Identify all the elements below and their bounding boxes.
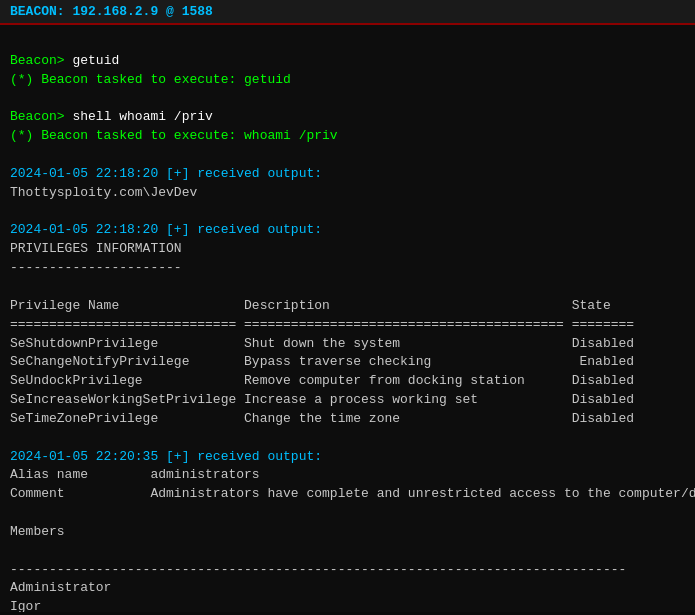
terminal-line: Beacon> getuid <box>10 52 685 71</box>
terminal-line: Alias name administrators <box>10 466 685 485</box>
terminal-line: ---------------------- <box>10 259 685 278</box>
command-text: shell whoami /priv <box>72 109 212 124</box>
output-text: SeIncreaseWorkingSetPrivilege Increase a… <box>10 392 634 407</box>
terminal-line: Members <box>10 523 685 542</box>
output-text: Members <box>10 524 65 539</box>
output-text: SeUndockPrivilege Remove computer from d… <box>10 373 634 388</box>
terminal-line: SeTimeZonePrivilege Change the time zone… <box>10 410 685 429</box>
command-text: getuid <box>72 53 119 68</box>
output-text: ============================= ==========… <box>10 317 634 332</box>
terminal-line: ============================= ==========… <box>10 316 685 335</box>
tasked-text: (*) Beacon tasked to execute: getuid <box>10 72 291 87</box>
output-text: Comment Administrators have complete and… <box>10 486 695 501</box>
output-text: Alias name administrators <box>10 467 260 482</box>
output-text: SeTimeZonePrivilege Change the time zone… <box>10 411 634 426</box>
terminal-line: (*) Beacon tasked to execute: whoami /pr… <box>10 127 685 146</box>
terminal-line <box>10 146 685 165</box>
output-text: ---------------------- <box>10 260 182 275</box>
tasked-text: (*) Beacon tasked to execute: whoami /pr… <box>10 128 338 143</box>
output-text: Privilege Name Description State <box>10 298 611 313</box>
terminal-line: SeChangeNotifyPrivilege Bypass traverse … <box>10 353 685 372</box>
terminal-line: SeShutdownPrivilege Shut down the system… <box>10 335 685 354</box>
terminal-line <box>10 203 685 222</box>
terminal-line: ----------------------------------------… <box>10 561 685 580</box>
timestamp-text: 2024-01-05 22:18:20 [+] received output: <box>10 166 322 181</box>
prompt-text: Beacon> <box>10 53 72 68</box>
terminal-line: PRIVILEGES INFORMATION <box>10 240 685 259</box>
output-text: ----------------------------------------… <box>10 562 626 577</box>
terminal-line <box>10 90 685 109</box>
prompt-text: Beacon> <box>10 109 72 124</box>
terminal-line: Thottysploity.com\JevDev <box>10 184 685 203</box>
terminal-line: Beacon> shell whoami /priv <box>10 108 685 127</box>
titlebar: BEACON: 192.168.2.9 @ 1588 <box>0 0 695 25</box>
terminal-line <box>10 429 685 448</box>
terminal-line: Privilege Name Description State <box>10 297 685 316</box>
terminal-line <box>10 542 685 561</box>
terminal-line <box>10 504 685 523</box>
timestamp-text: 2024-01-05 22:20:35 [+] received output: <box>10 449 322 464</box>
terminal-line <box>10 278 685 297</box>
terminal-line: 2024-01-05 22:20:35 [+] received output: <box>10 448 685 467</box>
terminal-line: Igor <box>10 598 685 612</box>
titlebar-text: BEACON: 192.168.2.9 @ 1588 <box>10 4 213 19</box>
terminal-line: 2024-01-05 22:18:20 [+] received output: <box>10 221 685 240</box>
terminal-line: SeUndockPrivilege Remove computer from d… <box>10 372 685 391</box>
terminal-line: Administrator <box>10 579 685 598</box>
terminal-line <box>10 33 685 52</box>
output-text: PRIVILEGES INFORMATION <box>10 241 182 256</box>
terminal-line: (*) Beacon tasked to execute: getuid <box>10 71 685 90</box>
output-text: Administrator <box>10 580 111 595</box>
output-text: SeShutdownPrivilege Shut down the system… <box>10 336 634 351</box>
timestamp-text: 2024-01-05 22:18:20 [+] received output: <box>10 222 322 237</box>
output-text: Igor <box>10 599 41 612</box>
terminal-line: SeIncreaseWorkingSetPrivilege Increase a… <box>10 391 685 410</box>
terminal-line: Comment Administrators have complete and… <box>10 485 685 504</box>
terminal-line: 2024-01-05 22:18:20 [+] received output: <box>10 165 685 184</box>
output-text: SeChangeNotifyPrivilege Bypass traverse … <box>10 354 634 369</box>
output-text: Thottysploity.com\JevDev <box>10 185 197 200</box>
terminal[interactable]: Beacon> getuid(*) Beacon tasked to execu… <box>0 25 695 612</box>
